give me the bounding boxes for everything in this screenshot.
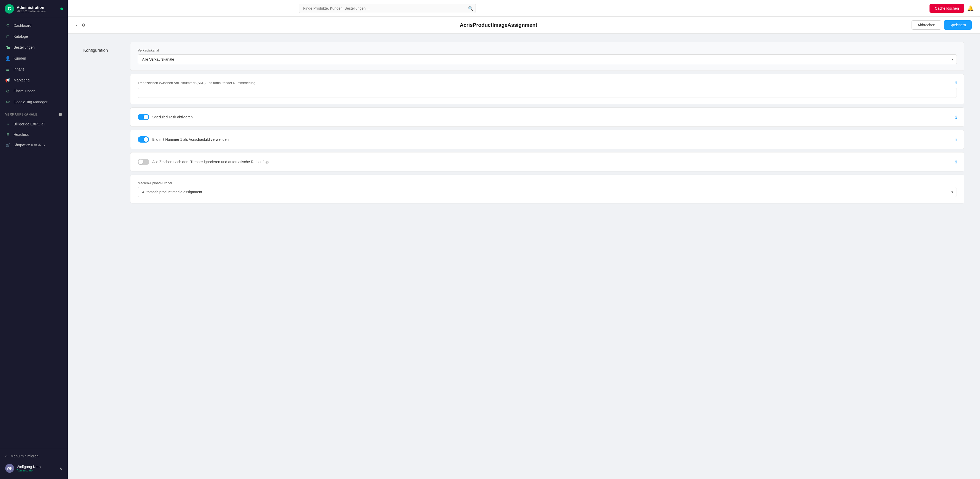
sidebar-item-headless[interactable]: ⊞ Headless — [0, 129, 68, 140]
sidebar-item-label: Billiger.de EXPORT — [14, 122, 45, 126]
sidebar-item-label: Bestellungen — [14, 45, 35, 49]
content-area: Konfiguration Verkaufskanal Alle Verkauf… — [68, 33, 980, 479]
zeichen-ignorieren-label: Alle Zeichen nach dem Trenner ignorieren… — [152, 160, 952, 164]
sheduled-help-icon[interactable]: ℹ — [955, 115, 957, 120]
bild-nummer-row: Bild mit Nummer 1 als Vorschaubild verwe… — [138, 136, 957, 143]
notification-button[interactable]: 🔔 — [967, 5, 974, 11]
sidebar: C Administration v6.3.0.2 Stable Version… — [0, 0, 68, 479]
verkaufskanal-select[interactable]: Alle Verkaufskanäle — [138, 54, 957, 64]
sidebar-item-marketing[interactable]: 📢 Marketing — [0, 75, 68, 86]
sidebar-item-label: Marketing — [14, 78, 29, 82]
sidebar-item-billiger[interactable]: ✦ Billiger.de EXPORT — [0, 119, 68, 129]
avatar: WK — [5, 464, 14, 473]
bild-nummer-card: Bild mit Nummer 1 als Vorschaubild verwe… — [130, 130, 964, 149]
user-role: Administrator — [17, 469, 41, 472]
trennzeichen-help-icon[interactable]: ℹ — [955, 80, 957, 85]
inhalte-icon: ☰ — [5, 67, 10, 72]
verkaufskanal-select-wrapper: Alle Verkaufskanäle ▾ — [138, 54, 957, 64]
cancel-button[interactable]: Abbrechen — [912, 20, 941, 30]
header-actions: Abbrechen Speichern — [912, 20, 972, 30]
topbar-right: Cache löschen 🔔 — [929, 4, 974, 13]
sidebar-item-label: Inhalte — [14, 67, 24, 71]
config-layout: Konfiguration Verkaufskanal Alle Verkauf… — [83, 42, 964, 203]
page-title: AcrisProductImageAssignment — [89, 22, 907, 28]
sidebar-item-label: Shopware 6 ACRIS — [14, 143, 45, 147]
sales-channels-section: Verkaufskanäle ⊕ — [0, 108, 68, 119]
sidebar-item-label: Kataloge — [14, 34, 28, 38]
sidebar-item-label: Headless — [14, 132, 29, 136]
toggle-slider — [138, 136, 149, 143]
app-version: v6.3.0.2 Stable Version — [17, 10, 58, 13]
bestellungen-icon: 🛍 — [5, 45, 10, 50]
settings-button[interactable]: ⚙ — [82, 23, 85, 28]
sheduled-task-card: Sheduled Task aktivieren ℹ — [130, 108, 964, 127]
kataloge-icon: ◻ — [5, 34, 10, 39]
marketing-icon: 📢 — [5, 78, 10, 83]
config-section-label: Konfiguration — [83, 42, 120, 203]
dashboard-icon: ⊙ — [5, 23, 10, 28]
headless-icon: ⊞ — [5, 132, 11, 137]
main-nav: ⊙ Dashboard ◻ Kataloge 🛍 Bestellungen 👤 … — [0, 18, 68, 448]
sidebar-item-label: Google Tag Manager — [14, 100, 48, 104]
shopware-icon: 🛒 — [5, 142, 11, 148]
upload-ordner-select-wrapper: Automatic product media assignment ▾ — [138, 187, 957, 197]
back-button[interactable]: ‹ — [76, 22, 78, 28]
trennzeichen-card: Trennzeichen zwischen Artikelnummer (SKU… — [130, 74, 964, 104]
sheduled-task-label: Sheduled Task aktivieren — [152, 115, 952, 119]
sheduled-task-row: Sheduled Task aktivieren ℹ — [138, 114, 957, 120]
bild-nummer-label: Bild mit Nummer 1 als Vorschaubild verwe… — [152, 137, 952, 141]
google-tag-manager-icon: </> — [5, 99, 10, 105]
sidebar-item-google-tag-manager[interactable]: </> Google Tag Manager — [0, 97, 68, 108]
upload-ordner-label: Medien-Upload-Ordner — [138, 181, 957, 185]
cache-loeschen-button[interactable]: Cache löschen — [929, 4, 964, 13]
zeichen-ignorieren-row: Alle Zeichen nach dem Trenner ignorieren… — [138, 159, 957, 165]
verkaufskanal-card: Verkaufskanal Alle Verkaufskanäle ▾ — [130, 42, 964, 71]
sidebar-item-bestellungen[interactable]: 🛍 Bestellungen — [0, 42, 68, 53]
search-input[interactable] — [299, 4, 476, 13]
main-content: 🔍 Cache löschen 🔔 ‹ ⚙ AcrisProductImageA… — [68, 0, 980, 479]
zeichen-ignorieren-toggle[interactable] — [138, 159, 149, 165]
zeichen-help-icon[interactable]: ℹ — [955, 160, 957, 165]
sidebar-item-label: Einstellungen — [14, 89, 35, 93]
einstellungen-icon: ⚙ — [5, 89, 10, 94]
chevron-up-icon: ∧ — [59, 466, 62, 471]
save-button[interactable]: Speichern — [944, 20, 972, 30]
sidebar-item-dashboard[interactable]: ⊙ Dashboard — [0, 20, 68, 31]
add-sales-channel-button[interactable]: ⊕ — [58, 112, 62, 117]
minimize-icon: ○ — [5, 454, 7, 458]
bild-help-icon[interactable]: ℹ — [955, 137, 957, 142]
sidebar-item-shopware[interactable]: 🛒 Shopware 6 ACRIS — [0, 140, 68, 150]
upload-ordner-card: Medien-Upload-Ordner Automatic product m… — [130, 174, 964, 203]
user-name: Wolfgang Kern — [17, 465, 41, 469]
sidebar-item-label: Kunden — [14, 56, 26, 60]
upload-ordner-select[interactable]: Automatic product media assignment — [138, 187, 957, 197]
bild-nummer-toggle[interactable] — [138, 136, 149, 143]
sidebar-item-kunden[interactable]: 👤 Kunden — [0, 53, 68, 64]
app-logo: C — [5, 4, 14, 14]
search-button[interactable]: 🔍 — [468, 6, 473, 11]
sidebar-item-einstellungen[interactable]: ⚙ Einstellungen — [0, 86, 68, 97]
sidebar-item-inhalte[interactable]: ☰ Inhalte — [0, 64, 68, 75]
trennzeichen-label: Trennzeichen zwischen Artikelnummer (SKU… — [138, 81, 953, 85]
sidebar-footer: ○ Menü minimieren WK Wolfgang Kern Admin… — [0, 448, 68, 479]
sales-channels-label: Verkaufskanäle — [5, 113, 38, 116]
topbar: 🔍 Cache löschen 🔔 — [68, 0, 980, 17]
sidebar-item-kataloge[interactable]: ◻ Kataloge — [0, 31, 68, 42]
app-title-block: Administration v6.3.0.2 Stable Version — [17, 5, 58, 13]
sidebar-item-label: Dashboard — [14, 24, 32, 28]
minimize-menu-button[interactable]: ○ Menü minimieren — [0, 451, 68, 461]
kunden-icon: 👤 — [5, 56, 10, 61]
toggle-slider — [138, 159, 149, 165]
toggle-slider — [138, 114, 149, 120]
trennzeichen-input[interactable] — [138, 88, 957, 98]
app-name: Administration — [17, 5, 58, 10]
verkaufskanal-label: Verkaufskanal — [138, 48, 957, 52]
status-dot — [60, 8, 63, 10]
user-profile[interactable]: WK Wolfgang Kern Administrator ∧ — [0, 461, 68, 476]
config-panel: Verkaufskanal Alle Verkaufskanäle ▾ Tren… — [130, 42, 964, 203]
zeichen-ignorieren-card: Alle Zeichen nach dem Trenner ignorieren… — [130, 152, 964, 171]
page-header: ‹ ⚙ AcrisProductImageAssignment Abbreche… — [68, 17, 980, 33]
billiger-icon: ✦ — [5, 121, 11, 127]
sidebar-header: C Administration v6.3.0.2 Stable Version — [0, 0, 68, 18]
sheduled-task-toggle[interactable] — [138, 114, 149, 120]
